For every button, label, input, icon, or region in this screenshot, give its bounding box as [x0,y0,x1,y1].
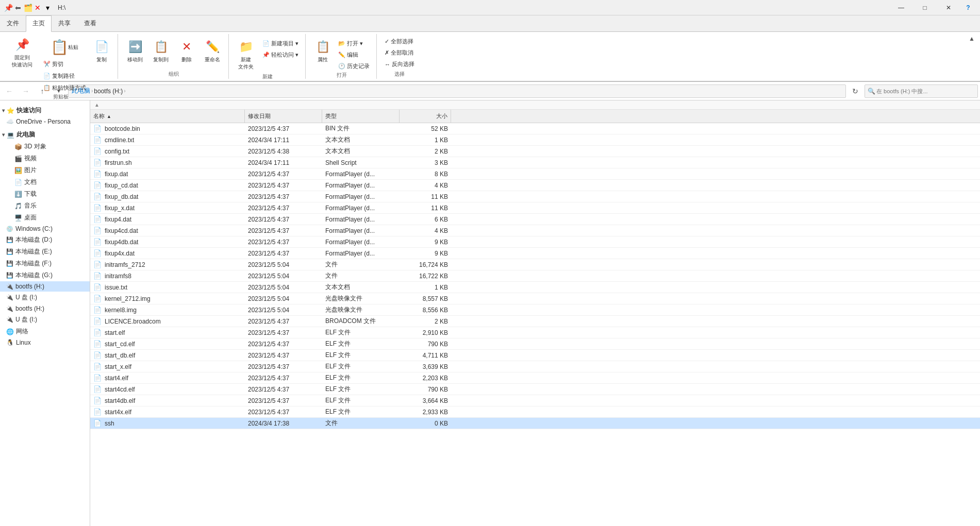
open-button[interactable]: 📂 打开 ▾ [336,38,372,49]
copyto-label: 复制到 [153,56,169,63]
table-row[interactable]: 📄 fixup_x.dat 2023/12/5 4:37 FormatPlaye… [90,202,980,214]
search-input[interactable] [865,84,978,98]
properties-button[interactable]: 📋 属性 [311,36,335,66]
downloads-icon: ⬇️ [14,191,22,198]
tab-view[interactable]: 查看 [77,15,103,31]
sidebar-item-bootfsh[interactable]: 🔌 bootfs (H:) [0,281,90,292]
copyto-button[interactable]: 📋 复制到 [149,36,173,66]
sidebar-quickaccess-header[interactable]: ▾ ⭐ 快速访问 [0,105,90,116]
sidebar-item-music[interactable]: 🎵 音乐 [0,200,90,212]
file-date: 2023/12/5 4:37 [245,338,322,349]
table-row[interactable]: 📄 start4x.elf 2023/12/5 4:37 ELF 文件 2,93… [90,406,980,418]
table-row[interactable]: 📄 fixup4cd.dat 2023/12/5 4:37 FormatPlay… [90,225,980,236]
table-row[interactable]: 📄 firstrun.sh 2024/3/4 17:11 Shell Scrip… [90,157,980,168]
minimize-button[interactable]: — [889,0,913,15]
tab-home[interactable]: 主页 [26,15,52,32]
table-row[interactable]: 📄 fixup_cd.dat 2023/12/5 4:37 FormatPlay… [90,180,980,191]
col-header-type[interactable]: 类型 [322,110,400,123]
table-row[interactable]: 📄 start_db.elf 2023/12/5 4:37 ELF 文件 4,7… [90,350,980,361]
file-date: 2023/12/5 5:04 [245,304,322,315]
rename-button[interactable]: ✏️ 重命名 [201,36,224,66]
table-row[interactable]: 📄 start4.elf 2023/12/5 4:37 ELF 文件 2,203… [90,372,980,384]
pasteshortcut-button[interactable]: 📋 粘贴快捷方式 [41,82,89,93]
copy-button[interactable]: 📄 复制 [90,36,113,66]
table-row[interactable]: 📄 initramfs8 2023/12/5 5:04 文件 16,722 KB [90,270,980,282]
sidebar-item-network[interactable]: 🌐 网络 [0,326,90,337]
table-row[interactable]: 📄 cmdline.txt 2024/3/4 17:11 文本文档 1 KB [90,134,980,146]
cut-button[interactable]: ✂️ 剪切 [41,59,89,70]
table-row[interactable]: 📄 start4db.elf 2023/12/5 4:37 ELF 文件 3,6… [90,395,980,406]
table-row[interactable]: 📄 kernel_2712.img 2023/12/5 5:04 光盘映像文件 … [90,293,980,304]
sidebar-thispc-header[interactable]: ▾ 💻 此电脑 [0,129,90,141]
arrow-icon[interactable]: ▾ [43,4,52,12]
col-header-size[interactable]: 大小 [400,110,451,123]
col-header-name[interactable]: 名称 ▲ [90,110,245,123]
help-button[interactable]: ? [960,0,976,15]
sidebar-item-bootfsh2[interactable]: 🔌 bootfs (H:) [0,303,90,314]
newitem-button[interactable]: 📄 新建项目 ▾ [260,38,301,49]
invertselect-button[interactable]: ↔ 反向选择 [382,59,417,70]
sidebar-item-3d[interactable]: 📦 3D 对象 [0,141,90,152]
close-small-icon[interactable]: ✕ [34,4,42,12]
sidebar-item-winc[interactable]: 💿 Windows (C:) [0,224,90,234]
invertselect-icon: ↔ [385,61,390,67]
selectnone-button[interactable]: ✗ 全部取消 [382,47,417,58]
table-row[interactable]: 📄 fixup4.dat 2023/12/5 4:37 FormatPlayer… [90,214,980,225]
table-row[interactable]: 📄 LICENCE.broadcom 2023/12/5 4:37 BROADC… [90,316,980,327]
tab-share[interactable]: 共享 [52,15,77,31]
refresh-button[interactable]: ↻ [848,84,862,98]
sidebar-item-pics[interactable]: 🖼️ 图片 [0,164,90,176]
ribbon-collapse-button[interactable]: ▲ [969,35,975,42]
col-header-date[interactable]: 修改日期 [245,110,322,123]
table-row[interactable]: 📄 config.txt 2023/12/5 4:38 文本文档 2 KB [90,146,980,157]
table-row[interactable]: 📄 fixup4x.dat 2023/12/5 4:37 FormatPlaye… [90,248,980,259]
table-row[interactable]: 📄 bootcode.bin 2023/12/5 4:37 BIN 文件 52 … [90,123,980,134]
sidebar-item-desktop[interactable]: 🖥️ 桌面 [0,212,90,224]
sidebar-item-localf[interactable]: 💾 本地磁盘 (F:) [0,258,90,269]
table-row[interactable]: 📄 start.elf 2023/12/5 4:37 ELF 文件 2,910 … [90,327,980,338]
history-button[interactable]: 🕐 历史记录 [336,61,372,72]
easyaccess-button[interactable]: 📌 轻松访问 ▾ [260,49,301,60]
file-name: start_db.elf [105,352,135,359]
file-type: ELF 文件 [322,406,400,417]
newfolder-button[interactable]: 📁 新建文件夹 [234,36,258,73]
sidebar-item-udisk2[interactable]: 🔌 U 盘 (I:) [0,314,90,326]
table-row[interactable]: 📄 start_x.elf 2023/12/5 4:37 ELF 文件 3,63… [90,361,980,372]
address-path[interactable]: 此电脑 › bootfs (H:) › [68,84,846,98]
delete-button[interactable]: ✕ 删除 [175,36,198,66]
sidebar-item-udisk[interactable]: 🔌 U 盘 (I:) [0,292,90,303]
table-row[interactable]: 📄 initramfs_2712 2023/12/5 5:04 文件 16,72… [90,259,980,270]
pin-icon[interactable]: 📌 [4,4,12,12]
file-name: initramfs_2712 [105,261,145,268]
file-icon: 📄 [93,283,102,291]
table-row[interactable]: 📄 fixup_db.dat 2023/12/5 4:37 FormatPlay… [90,191,980,202]
paste-button[interactable]: 📋 粘贴 [41,36,89,58]
tab-file[interactable]: 文件 [0,15,26,31]
table-row[interactable]: 📄 issue.txt 2023/12/5 5:04 文本文档 1 KB [90,282,980,293]
sidebar-item-locald[interactable]: 💾 本地磁盘 (D:) [0,234,90,246]
table-row[interactable]: 📄 fixup.dat 2023/12/5 4:37 FormatPlayer … [90,168,980,180]
table-row[interactable]: 📄 ssh 2024/3/4 17:38 文件 0 KB [90,418,980,429]
sidebar-item-docs[interactable]: 📄 文档 [0,176,90,188]
sidebar-item-video[interactable]: 🎬 视频 [0,152,90,164]
table-row[interactable]: 📄 start4cd.elf 2023/12/5 4:37 ELF 文件 790… [90,384,980,395]
sidebar-item-downloads[interactable]: ⬇️ 下载 [0,188,90,200]
maximize-button[interactable]: □ [913,0,937,15]
pin-quickaccess-button[interactable]: 📌 固定到快速访问 [8,34,36,71]
back-nav-icon[interactable]: ⬅ [14,4,22,12]
moveto-button[interactable]: ➡️ 移动到 [123,36,147,66]
table-row[interactable]: 📄 fixup4db.dat 2023/12/5 4:37 FormatPlay… [90,236,980,248]
table-row[interactable]: 📄 kernel8.img 2023/12/5 5:04 光盘映像文件 8,55… [90,304,980,316]
file-size: 16,724 KB [400,259,451,270]
selectall-button[interactable]: ✓ 全部选择 [382,36,417,47]
sidebar-item-localg[interactable]: 💾 本地磁盘 (G:) [0,269,90,281]
sidebar-item-linux[interactable]: 🐧 Linux [0,337,90,348]
table-row[interactable]: 📄 start_cd.elf 2023/12/5 4:37 ELF 文件 790… [90,338,980,350]
clipboard-buttons: 📌 固定到快速访问 📋 粘贴 ✂️ 剪切 📄 复 [8,34,113,93]
sidebar-item-onedrive[interactable]: ☁️ OneDrive - Persona [0,116,90,127]
file-type: ELF 文件 [322,327,400,338]
close-button[interactable]: ✕ [937,0,960,15]
copypath-button[interactable]: 📄 复制路径 [41,71,89,81]
sidebar-item-locale[interactable]: 💾 本地磁盘 (E:) [0,246,90,258]
edit-button[interactable]: ✏️ 编辑 [336,49,372,60]
